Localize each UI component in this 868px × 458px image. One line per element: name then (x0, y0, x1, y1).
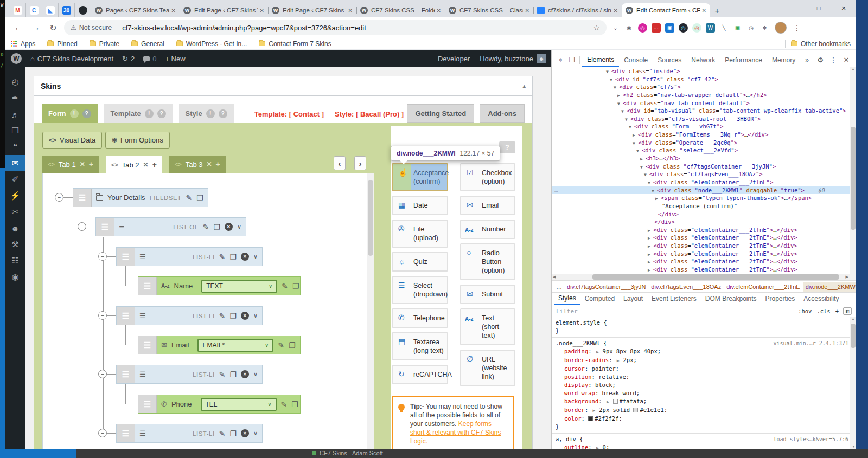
device-toolbar-icon[interactable]: ❒ (566, 54, 578, 66)
dom-node-line[interactable]: ▶<span class="typcn typcn-thumbs-ok">…</… (552, 194, 856, 202)
developer-link[interactable]: Developer (438, 55, 470, 63)
form-tab-tab-2[interactable]: <>Tab 2✕+ (106, 156, 162, 174)
pocket-extension-icon[interactable]: ⌄ (611, 23, 620, 33)
calendar-30-pinned-tab[interactable]: 30 (59, 3, 75, 17)
palette-item-acceptance-confirm[interactable]: ☝Acceptance (confirm) (392, 163, 448, 191)
css-rule[interactable]: .node___2KMWl {visual.min.…r=2.4.1:371pa… (552, 338, 856, 434)
comments-link[interactable]: 0 (143, 55, 156, 63)
elements-horizontal-scrollbar[interactable]: ◀▶ (552, 274, 856, 280)
color-swatch[interactable] (633, 408, 638, 412)
new-content-link[interactable]: + New (165, 55, 185, 63)
drag-handle[interactable]: ☰ (138, 395, 157, 413)
devtools-tab-sources[interactable]: Sources (653, 53, 686, 67)
sidebar-item-contact[interactable]: ✉ (5, 155, 25, 171)
dom-node-line[interactable]: ▼<div class="nav-tab-content default"> (552, 99, 856, 107)
close-button[interactable]: ✕ (831, 0, 856, 16)
one-password-extension-icon[interactable]: ⋯ (652, 23, 661, 33)
dom-node-line[interactable]: ▼<div class="select___2eVfd"> (552, 146, 856, 154)
clock-extension-icon[interactable]: ◷ (746, 23, 756, 33)
address-bar[interactable]: ⚠ Not secure cf7-skins-dev.local/wp-admi… (64, 20, 607, 35)
filter-input[interactable]: Filter (556, 308, 793, 315)
bookmark-item[interactable]: Contact Form 7 Skins (259, 40, 331, 48)
github-pinned-tab[interactable] (75, 3, 91, 17)
duplicate-icon[interactable]: ❐ (213, 223, 220, 231)
apps-shortcut[interactable]: Apps (11, 40, 35, 48)
tab-close-icon[interactable]: ✕ (171, 8, 176, 14)
devtools-menu-icon[interactable]: ⋮ (827, 54, 840, 66)
tab-close-icon[interactable]: ✕ (437, 8, 441, 14)
sidebar-item-plugins[interactable]: ⚡ (5, 188, 25, 204)
tree-row-list-li[interactable]: ☰☰LIST-LI✎❐✕∨ (116, 365, 263, 384)
browser-menu-icon[interactable]: ⋮ (790, 23, 804, 32)
drag-handle[interactable]: ☰ (96, 218, 114, 236)
dom-node-line[interactable]: ▼<div class="Form___vhG7t"> (552, 122, 856, 131)
browser-tab[interactable]: WPages ‹ CF7 Skins Team -✕ (91, 3, 180, 17)
sidebar-item-pages[interactable]: ❐ (5, 122, 25, 139)
tree-row-phone[interactable]: ☰✆PhoneTEL∨✎❐✕∨ (138, 395, 301, 414)
help-badge[interactable]: ? (157, 109, 166, 118)
breadcrumb-item[interactable]: div.node___2KMWl (803, 282, 856, 292)
devtools-settings-icon[interactable]: ⚙ (814, 54, 827, 66)
delete-icon[interactable]: ✕ (241, 429, 249, 437)
palette-item-recaptcha[interactable]: ↻reCAPTCHA (392, 365, 448, 384)
visual-data-button[interactable]: <> Visual Data (42, 132, 102, 149)
tab-close-icon[interactable]: ✕ (702, 8, 706, 14)
edit-icon[interactable]: ✎ (203, 223, 209, 231)
dom-node-line[interactable]: ▼<div class="cf7s-visual-root___3HBOR"> (552, 115, 856, 123)
close-tab-icon[interactable]: ✕ (143, 161, 149, 169)
devtools-tab-network[interactable]: Network (686, 53, 720, 67)
drag-handle[interactable]: ☰ (73, 189, 92, 207)
not-secure-icon[interactable]: ⚠ (71, 24, 76, 31)
dom-node-line[interactable]: ▼<div class="cf7tagsContainer___3jyJN"> (552, 163, 856, 171)
next-tab-arrow[interactable]: › (354, 156, 366, 170)
devtools-tab-memory[interactable]: Memory (767, 53, 800, 67)
dom-node-line[interactable]: ▶<h3>…</h3> (552, 154, 856, 163)
css-rule[interactable]: a, div {load-styles…k&ver=5.7:6outline: … (552, 434, 856, 449)
close-tab-icon[interactable]: ✕ (207, 160, 212, 168)
stylesheet-link[interactable]: load-styles…k&ver=5.7:6 (774, 435, 848, 443)
elements-tree[interactable]: ▼<div class="inside">▼<div id="cf7s" cla… (552, 67, 856, 274)
elements-vertical-scrollbar[interactable]: ▲ (850, 67, 856, 274)
new-tab-button[interactable]: + (710, 3, 724, 17)
add-tab-icon[interactable]: + (152, 160, 157, 169)
sidebar-item-tools[interactable]: ⚒ (5, 236, 25, 253)
tree-row-email[interactable]: ☰✉EmailEMAIL*∨✎❐✕∨ (138, 336, 301, 354)
edit-icon[interactable]: ✎ (278, 341, 284, 350)
gmail-pinned-tab[interactable]: M (10, 3, 26, 17)
devtools-tab-console[interactable]: Console (619, 53, 653, 67)
inspect-element-icon[interactable]: ⌖ (555, 54, 566, 66)
tree-row-list-li[interactable]: ☰☰LIST-LI✎❐✕∨ (116, 247, 263, 266)
bookmark-item[interactable]: General (131, 40, 164, 48)
getting-started-button[interactable]: Getting Started (407, 104, 474, 123)
dom-node-line[interactable]: ▼<div class="Operate___2qc0q"> (552, 139, 856, 147)
style-toggle-[interactable]: + (835, 308, 839, 314)
dom-node-line[interactable]: ▶<div class="FormItems___3Nq_r">…</div> (552, 131, 856, 139)
sidebar-item-dashboard[interactable]: ◴ (5, 74, 25, 90)
dom-node-line[interactable]: ▼<div class="cf7tagsEven___18OAz"> (552, 170, 856, 178)
palette-item-radio-button-option[interactable]: ○Radio Button (option) (460, 243, 515, 280)
duplicate-icon[interactable]: ❐ (196, 193, 203, 202)
palette-help-button[interactable]: ? (499, 141, 515, 153)
tab-template[interactable]: Template!? (104, 104, 173, 123)
screenshot-extension-icon[interactable]: ▣ (733, 23, 742, 33)
edit-icon[interactable]: ✎ (219, 253, 226, 261)
palette-item-file-upload[interactable]: ✇File (upload) (392, 220, 448, 248)
palette-item-date[interactable]: ▦Date (392, 196, 448, 215)
chevron-down-icon[interactable]: ∨ (253, 312, 258, 319)
color-swatch[interactable] (613, 399, 618, 404)
c-logo-pinned-tab[interactable]: C (26, 3, 42, 17)
addons-button[interactable]: Add-ons (480, 104, 525, 123)
tree-row-list-ol[interactable]: ☰≣LIST-OL✎❐✕∨ (95, 217, 246, 236)
profile-avatar[interactable] (775, 22, 787, 34)
browser-tab[interactable]: WEdit Page ‹ CF7 Skins Tea✕ (268, 3, 356, 17)
collapse-toggle[interactable]: − (98, 311, 107, 320)
reload-icon[interactable]: ↻ (46, 21, 60, 35)
more-tabs-icon[interactable]: » (800, 53, 814, 67)
dom-node-line[interactable]: ▶<div class="elemContainer___2tTnE">…</d… (552, 257, 856, 266)
collapse-toggle[interactable]: − (55, 193, 63, 202)
drag-handle[interactable]: ☰ (117, 365, 135, 383)
devtools-tab-elements[interactable]: Elements (582, 53, 619, 67)
css-rules[interactable]: element.style {}.node___2KMWl {visual.mi… (552, 317, 856, 449)
drag-handle[interactable]: ☰ (138, 277, 157, 295)
browser-tab[interactable]: WEdit Page ‹ CF7 Skins Tea✕ (180, 3, 268, 17)
